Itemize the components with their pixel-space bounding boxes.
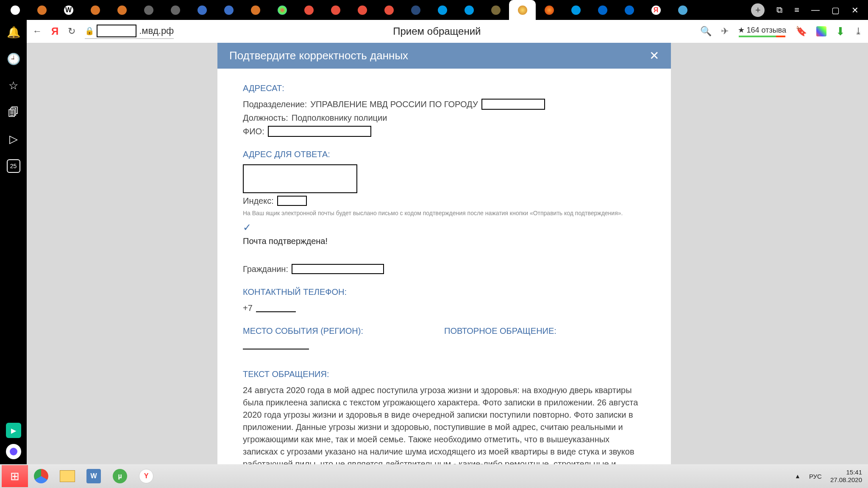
tab-5[interactable] — [108, 0, 135, 20]
position-label: Должность: — [243, 112, 288, 124]
close-window-icon[interactable]: ✕ — [851, 5, 859, 15]
phone-prefix: +7 — [243, 302, 253, 314]
tab-12[interactable] — [295, 0, 322, 20]
taskbar-chrome[interactable] — [28, 465, 54, 487]
fio-label: ФИО: — [243, 125, 264, 137]
modal-body: АДРЕСАТ: Подразделение: УПРАВЛЕНИЕ МВД Р… — [217, 69, 671, 464]
system-clock[interactable]: 15:41 27.08.2020 — [830, 469, 862, 484]
tab-6[interactable] — [135, 0, 162, 20]
yandex-icon[interactable]: Я — [51, 25, 58, 37]
index-label: Индекс: — [243, 195, 274, 207]
tab-2[interactable] — [28, 0, 55, 20]
page-title: Прием обращений — [180, 25, 694, 37]
tab-22[interactable] — [562, 0, 589, 20]
section-region: МЕСТО СОБЫТИЯ (РЕГИОН): — [243, 325, 444, 337]
taskbar-utorrent[interactable]: µ — [107, 465, 133, 487]
url-suffix: .мвд.рф — [139, 25, 174, 36]
modal-title: Подтвердите корректность данных — [229, 49, 408, 62]
position-value: Подполковнику полиции — [292, 112, 387, 124]
language-indicator[interactable]: РУС — [809, 473, 822, 480]
section-repeat: ПОВТОРНОЕ ОБРАЩЕНИЕ: — [444, 325, 645, 337]
citizen-redacted — [292, 264, 384, 274]
browser-sidebar: 🔔 🕘 ☆ 🗐 ▷ 25 ▶ — [0, 20, 27, 464]
address-bar: ← Я ↻ 🔒 .мвд.рф Прием обращений 🔍 ✈ ★ 16… — [27, 20, 868, 43]
alice-icon[interactable] — [6, 444, 21, 459]
phone-redacted — [256, 304, 296, 312]
reviews-badge[interactable]: ★ 164 отзыва — [738, 25, 786, 37]
tab-4[interactable] — [82, 0, 108, 20]
reload-icon[interactable]: ↻ — [68, 26, 75, 37]
tab-13[interactable] — [322, 0, 349, 20]
dept-city-redacted — [481, 99, 545, 110]
media-icon[interactable]: ▷ — [9, 133, 18, 146]
tab-25[interactable]: Я — [643, 0, 669, 20]
bookmark-icon[interactable]: 🔖 — [796, 26, 807, 37]
tab-19[interactable] — [482, 0, 509, 20]
favorites-icon[interactable]: ☆ — [8, 79, 18, 92]
tab-active[interactable] — [509, 0, 536, 20]
lock-icon: 🔒 — [85, 26, 94, 36]
search-icon[interactable]: 🔍 — [700, 26, 712, 37]
section-reply-address: АДРЕС ДЛЯ ОТВЕТА: — [243, 148, 645, 160]
new-tab-button[interactable]: + — [751, 3, 765, 17]
taskbar-word[interactable]: W — [81, 465, 107, 487]
tab-9[interactable] — [215, 0, 242, 20]
back-icon[interactable]: ← — [33, 26, 42, 37]
close-icon[interactable]: ✕ — [649, 49, 659, 63]
tab-8[interactable] — [189, 0, 215, 20]
rocket-icon[interactable]: ✈ — [721, 26, 729, 37]
section-phone: КОНТАКТНЫЙ ТЕЛЕФОН: — [243, 286, 645, 298]
history-icon[interactable]: 🕘 — [7, 53, 20, 66]
index-redacted — [277, 196, 307, 206]
clock-date: 27.08.2020 — [830, 476, 862, 484]
notifications-icon[interactable]: 🔔 — [7, 26, 20, 39]
tab-18[interactable] — [456, 0, 482, 20]
tab-23[interactable] — [589, 0, 616, 20]
fio-redacted — [268, 126, 371, 137]
maximize-icon[interactable]: ▢ — [832, 5, 840, 15]
taskbar-yandex[interactable]: Y — [133, 465, 159, 487]
dept-label: Подразделение: — [243, 98, 307, 110]
address-redacted — [243, 164, 357, 193]
email-hint: На Ваш ящик электронной почты будет высл… — [243, 209, 645, 218]
tab-26[interactable] — [669, 0, 696, 20]
tab-24[interactable] — [616, 0, 643, 20]
appeal-body: 24 августа 2020 года в мой адрес поступи… — [243, 384, 645, 464]
tab-16[interactable] — [402, 0, 429, 20]
tab-15[interactable] — [376, 0, 402, 20]
tab-3[interactable]: W — [55, 0, 82, 20]
modal-header: Подтвердите корректность данных ✕ — [217, 43, 671, 69]
page-viewport: Подтвердите корректность данных ✕ АДРЕСА… — [27, 43, 868, 464]
tab-14[interactable] — [349, 0, 376, 20]
tab-1[interactable] — [2, 0, 28, 20]
tabs-list-icon[interactable]: ⧉ — [776, 5, 782, 15]
region-redacted — [243, 341, 309, 349]
check-icon: ✓ — [243, 220, 645, 235]
confirmation-modal: Подтвердите корректность данных ✕ АДРЕСА… — [217, 43, 671, 464]
taskbar-explorer[interactable] — [54, 465, 81, 487]
tab-10[interactable] — [242, 0, 269, 20]
url-field[interactable]: 🔒 .мвд.рф — [85, 24, 174, 39]
extension-icon[interactable] — [816, 26, 826, 36]
tabs-count-badge[interactable]: 25 — [7, 159, 20, 173]
browser-tabstrip: W Я + ⧉ ≡ — ▢ ✕ — [0, 0, 868, 20]
menu-icon[interactable]: ≡ — [794, 5, 799, 15]
tab-21[interactable] — [536, 0, 562, 20]
tab-11[interactable] — [269, 0, 295, 20]
start-button[interactable]: ⊞ — [2, 465, 28, 487]
section-text: ТЕКСТ ОБРАЩЕНИЯ: — [243, 368, 645, 380]
tab-7[interactable] — [162, 0, 189, 20]
sidebar-app-1[interactable]: ▶ — [6, 423, 21, 438]
minimize-icon[interactable]: — — [811, 5, 820, 15]
section-addressee: АДРЕСАТ: — [243, 82, 645, 94]
citizen-label: Гражданин: — [243, 263, 288, 275]
collections-icon[interactable]: 🗐 — [8, 106, 19, 119]
download-arrow-icon[interactable]: ⤓ — [854, 26, 862, 37]
clock-time: 15:41 — [830, 469, 862, 476]
tab-17[interactable] — [429, 0, 456, 20]
windows-taskbar: ⊞ W µ Y ▲ РУС 15:41 27.08.2020 — [0, 464, 868, 488]
download-icon[interactable]: ⬇ — [836, 25, 845, 38]
dept-value: УПРАВЛЕНИЕ МВД РОССИИ ПО ГОРОДУ — [310, 98, 478, 110]
tray-expand-icon[interactable]: ▲ — [795, 473, 801, 480]
url-redacted — [97, 25, 136, 37]
